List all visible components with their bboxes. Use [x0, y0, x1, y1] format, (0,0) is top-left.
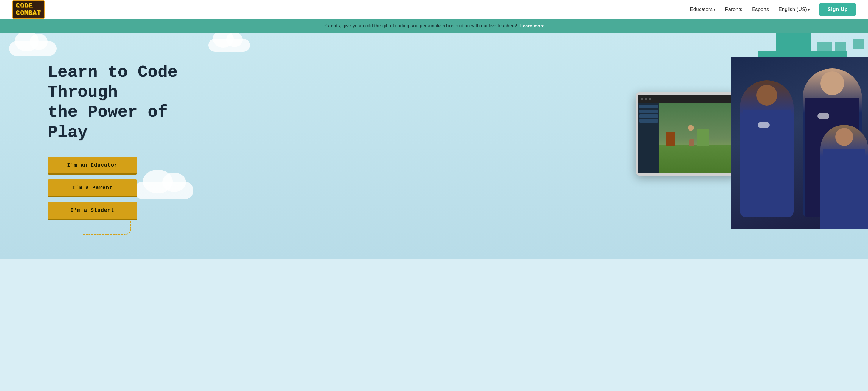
logo-code: CODE — [16, 2, 33, 9]
sidebar-item-1 — [640, 105, 658, 108]
sidebar-item-4 — [640, 119, 658, 123]
announcement-banner: Parents, give your child the gift of cod… — [0, 19, 868, 33]
hero-title: Learn to Code Through the Power of Play — [48, 63, 179, 142]
nav-educators[interactable]: Educators — [690, 6, 715, 12]
hero-section: Learn to Code Through the Power of Play … — [0, 33, 868, 259]
screen-game-area — [659, 103, 735, 173]
screen-dot-1 — [641, 98, 643, 100]
nav-esports[interactable]: Esports — [752, 6, 769, 12]
monitor-mockup — [636, 92, 737, 175]
logo[interactable]: CODE COMBAT — [12, 0, 45, 19]
screen-top-bar — [638, 95, 735, 103]
banner-message: Parents, give your child the gift of cod… — [323, 23, 517, 28]
hero-buttons: I'm an Educator I'm a Parent I'm a Stude… — [48, 157, 137, 220]
nav-parents[interactable]: Parents — [725, 6, 742, 12]
nav-language[interactable]: English (US) — [779, 6, 810, 12]
screen-content — [638, 103, 735, 173]
student-button[interactable]: I'm a Student — [48, 202, 137, 220]
screen-dot-2 — [645, 98, 647, 100]
hero-title-line1: Learn to Code Through — [48, 63, 178, 102]
logo-combat: COMBAT — [16, 9, 41, 17]
people-photo — [731, 57, 868, 229]
hero-content: Learn to Code Through the Power of Play … — [0, 33, 179, 238]
monitor-screen — [638, 95, 735, 173]
nav-links: Educators Parents Esports English (US) S… — [690, 3, 856, 16]
screen-dot-3 — [649, 98, 651, 100]
navbar: CODE COMBAT Educators Parents Esports En… — [0, 0, 868, 19]
signup-button[interactable]: Sign Up — [819, 3, 856, 16]
screen-sidebar — [638, 103, 659, 173]
cloud-decoration-2 — [208, 39, 250, 52]
learn-more-link[interactable]: Learn more — [520, 23, 545, 28]
sidebar-item-2 — [640, 109, 658, 113]
parent-button[interactable]: I'm a Parent — [48, 180, 137, 197]
hero-title-line2: the Power of Play — [48, 103, 167, 142]
sidebar-item-3 — [640, 114, 658, 118]
educator-button[interactable]: I'm an Educator — [48, 157, 137, 175]
